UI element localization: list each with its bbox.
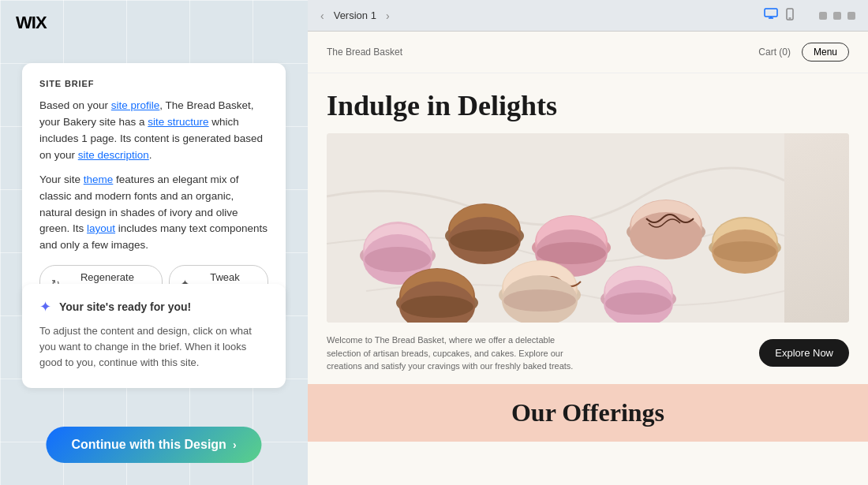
left-panel: WIX SITE BRIEF Based on your site profil… (0, 0, 308, 485)
site-brief-card: SITE BRIEF Based on your site profile, T… (22, 63, 286, 319)
sparkle-icon: ✦ (39, 298, 51, 315)
wix-logo: WIX (16, 13, 47, 33)
offerings-section: Our Offerings (308, 384, 868, 442)
nav-back-arrow[interactable]: ‹ (320, 9, 324, 22)
svg-point-15 (450, 229, 519, 252)
svg-point-39 (503, 289, 576, 312)
site-description-link[interactable]: site description (78, 149, 149, 161)
version-label: Version 1 (334, 9, 376, 21)
site-brief-label: SITE BRIEF (39, 79, 268, 88)
arrow-icon: › (233, 438, 237, 451)
site-structure-link[interactable]: site structure (148, 116, 208, 128)
svg-point-29 (713, 241, 776, 262)
hero-image (327, 133, 849, 323)
cart-label: Cart (0) (758, 47, 791, 58)
hero-title: Indulge in Delights (327, 89, 849, 122)
device-icons (764, 8, 794, 23)
hero-description: Welcome to The Bread Basket, where we of… (327, 334, 579, 373)
continue-label: Continue with this Design (71, 438, 226, 452)
svg-point-10 (365, 247, 431, 272)
site-brief-paragraph1: Based on your site profile, The Bread Ba… (39, 98, 268, 164)
mobile-device-icon[interactable] (786, 8, 794, 23)
hero-bottom: Welcome to The Bread Basket, where we of… (308, 323, 868, 384)
svg-point-34 (401, 296, 473, 318)
continue-button-wrap: Continue with this Design › (46, 427, 261, 463)
window-controls (819, 12, 855, 20)
svg-point-24 (630, 212, 702, 259)
layout-link[interactable]: layout (87, 222, 115, 234)
right-panel: ‹ Version 1 › (308, 0, 868, 485)
desktop-device-icon[interactable] (764, 8, 778, 23)
menu-button[interactable]: Menu (802, 43, 849, 62)
site-header: The Bread Basket Cart (0) Menu (308, 32, 868, 73)
ready-description: To adjust the content and design, click … (39, 323, 268, 371)
ready-card: ✦ Your site's ready for you! To adjust t… (22, 284, 286, 388)
macaron-illustration (327, 133, 784, 323)
close-button[interactable] (847, 12, 855, 20)
site-profile-link[interactable]: site profile (111, 99, 160, 111)
theme-link[interactable]: theme (84, 173, 114, 185)
site-name: The Bread Basket (327, 47, 402, 58)
explore-now-button[interactable]: Explore Now (759, 339, 849, 367)
svg-rect-0 (765, 9, 777, 17)
minimize-button[interactable] (819, 12, 827, 20)
site-nav: Cart (0) Menu (758, 43, 849, 62)
site-hero: Indulge in Delights (308, 73, 868, 323)
maximize-button[interactable] (833, 12, 841, 20)
continue-with-design-button[interactable]: Continue with this Design › (46, 427, 261, 463)
site-brief-paragraph2: Your site theme features an elegant mix … (39, 172, 268, 255)
nav-forward-arrow[interactable]: › (386, 9, 390, 22)
ready-title: Your site's ready for you! (59, 300, 191, 313)
ready-header: ✦ Your site's ready for you! (39, 298, 268, 315)
browser-chrome: ‹ Version 1 › (308, 0, 868, 32)
website-preview: The Bread Basket Cart (0) Menu Indulge i… (308, 32, 868, 485)
svg-point-44 (605, 293, 672, 315)
offerings-title: Our Offerings (327, 398, 849, 427)
